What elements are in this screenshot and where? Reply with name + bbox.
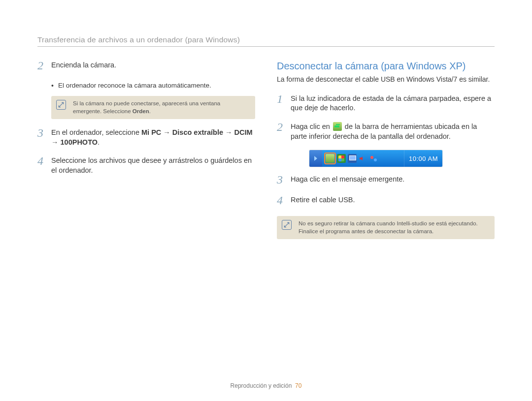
step-text: Retire el cable USB. (291, 195, 355, 207)
step-number: 4 (37, 155, 46, 174)
note-box-right: No es seguro retirar la cámara cuando In… (277, 216, 495, 239)
step-text: Si la luz indicadora de estada de la cám… (291, 94, 495, 113)
step-text: Seleccione los archivos que desee y arrá… (51, 156, 255, 175)
right-heading: Desconectar la cámara (para Windows XP) (277, 61, 495, 72)
step3-b1: Mi PC (141, 128, 161, 136)
step-text: Haga clic en de la barra de herramientas… (291, 122, 495, 141)
network-tray-icon (369, 154, 378, 163)
system-tray (322, 150, 404, 167)
step-number: 3 (277, 174, 286, 185)
note-box-left: Si la cámara no puede conectarse, aparec… (51, 96, 255, 119)
note-text: No es seguro retirar la cámara cuando In… (299, 220, 478, 234)
step3-arr1: → (161, 128, 172, 136)
content-columns: 2 Encienda la cámara. El ordenador recon… (37, 61, 495, 248)
right-subtext: La forma de desconectar el cable USB en … (277, 75, 495, 84)
step-number: 4 (277, 194, 286, 206)
step-3: 3 En el ordenador, seleccione Mi PC → Di… (37, 128, 255, 147)
step3-pre: En el ordenador, seleccione (51, 128, 141, 136)
page-number: 70 (295, 382, 301, 389)
windows-taskbar: 10:00 AM (309, 150, 442, 167)
taskbar-chevron (309, 150, 322, 167)
right-column: Desconectar la cámara (para Windows XP) … (277, 61, 495, 248)
security-tray-icon (337, 154, 346, 163)
step3-arr3: → (51, 138, 61, 146)
r-step-3: 3 Haga clic en el mensaje emergente. (277, 175, 495, 186)
step-text: En el ordenador, seleccione Mi PC → Disc… (51, 128, 255, 147)
r-step-1: 1 Si la luz indicadora de estada de la c… (277, 94, 495, 113)
safely-remove-icon (333, 122, 342, 131)
volume-tray-icon (359, 154, 367, 163)
r-step-2: 2 Haga clic en de la barra de herramient… (277, 122, 495, 141)
left-column: 2 Encienda la cámara. El ordenador recon… (37, 61, 255, 248)
step-number: 1 (277, 93, 286, 112)
taskbar-figure: 10:00 AM (309, 150, 495, 167)
step3-post: . (98, 138, 100, 146)
step3-b3: DCIM (234, 128, 253, 136)
taskbar-clock: 10:00 AM (404, 150, 442, 167)
tray-highlight (325, 154, 335, 163)
r2-pre: Haga clic en (291, 123, 332, 130)
step-text: Encienda la cámara. (51, 61, 116, 72)
section-header: Transferencia de archivos a un ordenador… (37, 35, 495, 44)
step3-b2: Disco extraíble (172, 128, 223, 136)
note-icon (56, 100, 66, 110)
step-number: 2 (37, 60, 46, 71)
bullet-list: El ordenador reconoce la cámara automáti… (51, 81, 255, 90)
note-bold: Orden (133, 108, 149, 114)
page-footer: Reproducción y edición 70 (0, 382, 532, 389)
display-tray-icon (348, 154, 357, 163)
footer-section: Reproducción y edición (231, 382, 292, 389)
step3-b4: 100PHOTO (61, 138, 98, 146)
divider (37, 46, 495, 47)
step3-arr2: → (223, 128, 234, 136)
step-text: Haga clic en el mensaje emergente. (291, 175, 404, 186)
step-number: 3 (37, 127, 46, 146)
safely-remove-tray-icon (326, 154, 334, 163)
chevron-right-icon (314, 156, 317, 161)
step-4: 4 Seleccione los archivos que desee y ar… (37, 156, 255, 175)
r-step-4: 4 Retire el cable USB. (277, 195, 495, 207)
page: Transferencia de archivos a un ordenador… (0, 0, 532, 401)
note-icon (282, 220, 292, 230)
step-2: 2 Encienda la cámara. (37, 61, 255, 72)
step-number: 2 (277, 121, 286, 140)
note-post: . (149, 108, 151, 114)
bullet-item: El ordenador reconoce la cámara automáti… (51, 81, 255, 90)
